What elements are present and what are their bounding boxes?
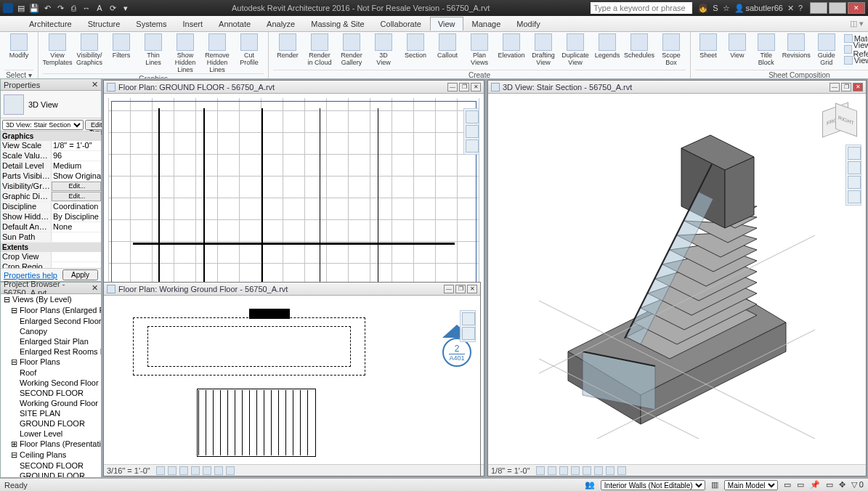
tab-view[interactable]: View xyxy=(430,17,463,31)
nav-zoom-icon[interactable] xyxy=(462,327,475,340)
tree-item[interactable]: ⊟ Views (By Level) xyxy=(1,294,101,305)
view-cube[interactable]: FRONT RIGHT xyxy=(822,101,859,137)
tree-item[interactable]: Lower Level xyxy=(1,429,101,439)
view-scale[interactable]: 1/8" = 1'-0" xyxy=(491,466,530,475)
nav-bar[interactable] xyxy=(845,145,861,206)
nav-bar[interactable] xyxy=(463,108,479,155)
design-option-selector[interactable]: Main Model xyxy=(724,480,778,490)
qat-align-icon[interactable]: A xyxy=(94,3,105,13)
prop-value[interactable]: By Discipline xyxy=(52,212,101,222)
tree-item[interactable]: Enlarged Rest Rooms Pla xyxy=(1,346,101,357)
ribbon-show-hidden-lines-button[interactable]: ShowHidden Lines xyxy=(171,33,200,73)
tree-item[interactable]: Enlarged Second Floor Re xyxy=(1,316,101,326)
view-header[interactable]: Floor Plan: Working Ground Floor - 56750… xyxy=(104,283,480,296)
prop-value[interactable] xyxy=(52,252,101,261)
app-icon[interactable] xyxy=(3,3,13,13)
vc-reveal-icon[interactable] xyxy=(617,466,626,475)
ribbon-visibility-graphics-button[interactable]: Visibility/Graphics xyxy=(75,33,104,66)
help-icon[interactable]: ? xyxy=(798,4,803,12)
ribbon-modify-button[interactable]: Modify xyxy=(4,33,33,59)
nav-home-icon[interactable] xyxy=(466,110,479,123)
select-links-icon[interactable]: ▭ xyxy=(784,480,791,490)
view-min-icon[interactable]: — xyxy=(830,83,840,92)
ribbon-duplicate-view-button[interactable]: DuplicateView xyxy=(561,33,590,66)
prop-row[interactable]: Detail LevelMedium xyxy=(1,161,101,171)
properties-grid[interactable]: GraphicsView Scale1/8" = 1'-0"Scale Valu… xyxy=(1,131,101,268)
view-header[interactable]: 3D View: Stair Section - 56750_A.rvt — ❐… xyxy=(488,81,866,94)
prop-row[interactable]: Default Analysi...None xyxy=(1,222,101,232)
ribbon-revisions-button[interactable]: Revisions xyxy=(782,33,811,59)
tree-item[interactable]: Enlarged Stair Plan xyxy=(1,336,101,346)
properties-close-icon[interactable]: ✕ xyxy=(92,80,98,89)
ribbon-schedules-button[interactable]: Schedules xyxy=(625,33,654,59)
drag-elements-icon[interactable]: ✥ xyxy=(839,480,845,490)
tab-structure[interactable]: Structure xyxy=(81,17,128,31)
prop-row[interactable]: Parts VisibilityShow Original xyxy=(1,171,101,182)
tab-insert[interactable]: Insert xyxy=(176,17,211,31)
tree-item[interactable]: ⊟ Ceiling Plans xyxy=(1,450,101,460)
vc-sun-icon[interactable] xyxy=(571,466,580,475)
type-selector[interactable]: 3D View: Stair Section xyxy=(2,120,84,130)
qat-measure-icon[interactable]: ↔ xyxy=(81,3,92,13)
tree-item[interactable]: ⊟ Floor Plans (Enlarged Plans) xyxy=(1,305,101,316)
prop-row[interactable]: Scale Value 1:96 xyxy=(1,151,101,161)
ribbon-elevation-button[interactable]: Elevation xyxy=(497,33,526,59)
ribbon-viewports--button[interactable]: Viewports ▾ xyxy=(844,55,868,65)
vc-detail-icon[interactable] xyxy=(168,466,177,475)
vc-hide-icon[interactable] xyxy=(606,466,615,475)
vc-hide-icon[interactable] xyxy=(226,466,235,475)
prop-value[interactable]: Coordination xyxy=(52,202,101,211)
select-face-icon[interactable]: ▭ xyxy=(826,480,833,490)
view-canvas[interactable]: 2 A401 xyxy=(104,296,480,464)
view-canvas[interactable]: FRONT RIGHT xyxy=(488,94,866,464)
prop-row[interactable]: Crop Region Vi... xyxy=(1,262,101,268)
tree-item[interactable]: Working Second Floor xyxy=(1,378,101,388)
prop-row[interactable]: Crop View xyxy=(1,252,101,262)
maximize-button[interactable]: ❐ xyxy=(829,2,846,14)
browser-header[interactable]: Project Browser - 56750_A.rvt ✕ xyxy=(1,283,101,294)
tab-systems[interactable]: Systems xyxy=(129,17,174,31)
ribbon-guide-grid-button[interactable]: GuideGrid xyxy=(814,33,840,66)
prop-row[interactable]: Graphic Displa...Edit... xyxy=(1,192,101,202)
app-menu-icon[interactable] xyxy=(6,19,16,29)
ribbon--d-view-button[interactable]: 3DView xyxy=(369,33,398,66)
ribbon-title-block-button[interactable]: TitleBlock xyxy=(753,33,779,66)
tree-item[interactable]: ⊟ Floor Plans xyxy=(1,357,101,368)
tree-item[interactable]: ⊞ Floor Plans (Presentation) xyxy=(1,439,101,450)
tree-item[interactable]: GROUND FLOOR xyxy=(1,418,101,429)
minimize-button[interactable]: — xyxy=(810,2,827,14)
ribbon-cut-profile-button[interactable]: CutProfile xyxy=(235,33,264,66)
tab-analyze[interactable]: Analyze xyxy=(259,17,302,31)
view-close-icon[interactable]: ✕ xyxy=(853,83,863,92)
tab-modify[interactable]: Modify xyxy=(509,17,547,31)
tree-item[interactable]: GROUND FLOOR xyxy=(1,471,101,477)
qat-save-icon[interactable]: 💾 xyxy=(29,3,39,13)
view-control-bar[interactable]: 3/16" = 1'-0" xyxy=(104,464,480,476)
nav-zoom-icon[interactable] xyxy=(848,176,861,189)
prop-value[interactable] xyxy=(52,232,101,242)
view-min-icon[interactable]: — xyxy=(444,285,454,293)
prop-row[interactable]: Visibility/Graph...Edit... xyxy=(1,182,101,192)
vc-detail-icon[interactable] xyxy=(548,466,556,475)
ribbon-view-button[interactable]: View xyxy=(724,33,750,59)
prop-value[interactable]: Edit... xyxy=(52,182,101,191)
browser-tree[interactable]: ⊟ Views (By Level)⊟ Floor Plans (Enlarge… xyxy=(1,294,101,477)
vc-sun-icon[interactable] xyxy=(191,466,200,475)
ribbon-expand-icon[interactable]: ◫ ▾ xyxy=(850,19,864,28)
prop-value[interactable] xyxy=(52,262,101,268)
search-input[interactable] xyxy=(591,2,692,14)
workset-icon[interactable]: 👥 xyxy=(585,480,595,490)
favorite-icon[interactable]: ☆ xyxy=(723,4,730,13)
ribbon-thin-lines-button[interactable]: ThinLines xyxy=(139,33,168,66)
prop-value[interactable]: 1/8" = 1'-0" xyxy=(52,141,101,150)
view-min-icon[interactable]: — xyxy=(447,83,458,92)
prop-value[interactable]: Medium xyxy=(52,161,101,171)
vc-crop-icon[interactable] xyxy=(214,466,223,475)
workset-selector[interactable]: Interior Walls (Not Editable) xyxy=(601,480,705,490)
prop-row[interactable]: View Scale1/8" = 1'-0" xyxy=(1,141,101,151)
tree-item[interactable]: Roof xyxy=(1,368,101,378)
tree-item[interactable]: Canopy xyxy=(1,326,101,336)
select-underlay-icon[interactable]: ▭ xyxy=(797,480,804,490)
nav-wheel-icon[interactable] xyxy=(848,147,861,160)
ribbon-render-gallery-button[interactable]: RenderGallery xyxy=(337,33,366,66)
